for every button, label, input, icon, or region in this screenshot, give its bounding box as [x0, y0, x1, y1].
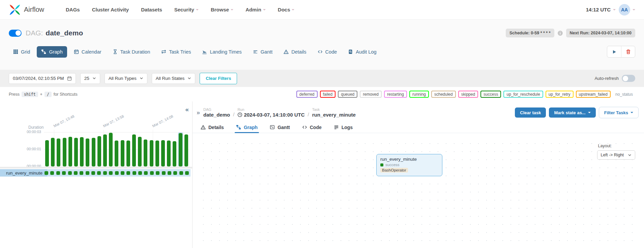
- graph-canvas[interactable]: run_every_minute success BashOperator La…: [196, 136, 640, 248]
- layout-select[interactable]: Left -> Right: [597, 150, 635, 160]
- duration-bar[interactable]: [184, 134, 189, 166]
- task-instance-square[interactable]: [179, 171, 183, 175]
- task-instance-square[interactable]: [173, 171, 177, 175]
- duration-bar[interactable]: [155, 141, 160, 166]
- duration-bar[interactable]: [56, 138, 61, 166]
- collapse-panel-icon[interactable]: «: [185, 106, 189, 113]
- duration-bar[interactable]: [74, 138, 79, 166]
- detail-tab-logs[interactable]: Logs: [334, 122, 353, 133]
- task-instance-square[interactable]: [121, 171, 124, 175]
- detail-tab-code[interactable]: Code: [302, 122, 322, 133]
- task-instance-square[interactable]: [126, 171, 130, 175]
- clear-filters-button[interactable]: Clear Filters: [200, 73, 237, 84]
- duration-bar[interactable]: [62, 138, 67, 166]
- nav-item-docs[interactable]: Docs: [278, 7, 295, 12]
- nav-item-admin[interactable]: Admin: [245, 7, 266, 12]
- task-instance-square[interactable]: [74, 171, 78, 175]
- task-instance-square[interactable]: [56, 171, 60, 175]
- detail-tab-graph[interactable]: Graph: [236, 122, 258, 133]
- legend-badge-up-for-retry[interactable]: up_for_retry: [546, 91, 574, 98]
- tab-details[interactable]: Details: [279, 46, 311, 58]
- duration-bar[interactable]: [137, 137, 142, 166]
- run-states-select[interactable]: All Run States: [152, 73, 196, 84]
- nav-item-dags[interactable]: DAGs: [66, 7, 80, 12]
- duration-bar[interactable]: [79, 137, 84, 166]
- auto-refresh-toggle[interactable]: [622, 75, 635, 82]
- duration-bar[interactable]: [68, 137, 73, 166]
- duration-bar[interactable]: [149, 140, 154, 166]
- airflow-brand[interactable]: Airflow: [9, 4, 44, 16]
- run-types-select[interactable]: All Run Types: [105, 73, 147, 84]
- breadcrumb-run[interactable]: 2024-03-07, 14:10:00 UTC: [237, 112, 304, 118]
- mark-state-button[interactable]: Mark state as...: [549, 107, 595, 118]
- duration-bar[interactable]: [103, 134, 108, 166]
- legend-badge-deferred[interactable]: deferred: [296, 91, 318, 98]
- nav-item-datasets[interactable]: Datasets: [141, 7, 162, 12]
- duration-bar[interactable]: [120, 140, 125, 166]
- task-instance-square[interactable]: [80, 171, 83, 175]
- utc-clock[interactable]: 14:12 UTC: [586, 7, 616, 12]
- legend-badge-restarting[interactable]: restarting: [384, 91, 407, 98]
- nav-item-cluster-activity[interactable]: Cluster Activity: [92, 7, 129, 12]
- duration-bar[interactable]: [126, 141, 131, 166]
- base-date-input[interactable]: 03/07/2024, 02:10:55 PM: [9, 73, 76, 84]
- trigger-dag-button[interactable]: [607, 46, 621, 57]
- task-instance-square[interactable]: [86, 171, 89, 175]
- duration-bar[interactable]: [114, 141, 119, 166]
- nav-item-security[interactable]: Security: [174, 7, 199, 12]
- task-instance-square[interactable]: [45, 171, 48, 175]
- tab-task-tries[interactable]: Task Tries: [157, 46, 195, 58]
- task-instance-square[interactable]: [62, 171, 66, 175]
- task-instance-square[interactable]: [115, 171, 119, 175]
- tab-code[interactable]: Code: [313, 46, 342, 58]
- legend-badge-running[interactable]: running: [409, 91, 429, 98]
- task-instance-square[interactable]: [91, 171, 95, 175]
- legend-badge-upstream-failed[interactable]: upstream_failed: [576, 91, 611, 98]
- nav-item-browse[interactable]: Browse: [211, 7, 233, 12]
- duration-bar[interactable]: [160, 140, 166, 166]
- expand-panel-icon[interactable]: »: [197, 107, 200, 116]
- delete-dag-button[interactable]: [621, 46, 635, 57]
- duration-bar[interactable]: [108, 133, 113, 166]
- legend-badge-removed[interactable]: removed: [360, 91, 382, 98]
- tab-graph[interactable]: Graph: [37, 46, 67, 58]
- task-instance-square[interactable]: [103, 171, 107, 175]
- legend-badge-up-for-reschedule[interactable]: up_for_reschedule: [503, 91, 543, 98]
- task-instance-square[interactable]: [156, 171, 159, 175]
- task-instance-square[interactable]: [144, 171, 148, 175]
- task-instance-square[interactable]: [162, 171, 166, 175]
- duration-bar[interactable]: [91, 138, 96, 166]
- task-instance-square[interactable]: [109, 171, 113, 175]
- duration-bar[interactable]: [172, 141, 177, 166]
- tab-landing-times[interactable]: Landing Times: [198, 46, 246, 58]
- detail-tab-gantt[interactable]: Gantt: [270, 122, 290, 133]
- info-icon[interactable]: [557, 30, 563, 36]
- duration-bar[interactable]: [50, 138, 55, 166]
- dag-pause-toggle[interactable]: [9, 30, 22, 37]
- detail-tab-details[interactable]: Details: [201, 122, 224, 133]
- legend-badge-scheduled[interactable]: scheduled: [431, 91, 456, 98]
- task-instance-square[interactable]: [133, 171, 136, 175]
- selected-run-bar[interactable]: [178, 132, 183, 166]
- duration-bar[interactable]: [131, 134, 137, 166]
- task-instance-square[interactable]: [185, 171, 189, 175]
- task-instance-square[interactable]: [168, 171, 171, 175]
- tab-gantt[interactable]: Gantt: [248, 46, 277, 58]
- breadcrumb-task[interactable]: run_every_minute: [312, 112, 356, 118]
- duration-bar[interactable]: [166, 141, 171, 166]
- task-instance-square[interactable]: [150, 171, 154, 175]
- tab-audit-log[interactable]: Audit Log: [344, 46, 381, 58]
- legend-badge-skipped[interactable]: skipped: [458, 91, 478, 98]
- task-node-run-every-minute[interactable]: run_every_minute success BashOperator: [376, 154, 442, 176]
- task-instance-square[interactable]: [138, 171, 142, 175]
- duration-bar[interactable]: [97, 136, 102, 166]
- num-runs-select[interactable]: 25: [80, 73, 100, 84]
- task-row-label[interactable]: run_every_minute: [0, 169, 47, 177]
- task-instance-square[interactable]: [50, 171, 54, 175]
- legend-badge-failed[interactable]: failed: [320, 91, 336, 98]
- user-menu[interactable]: AA: [619, 4, 635, 16]
- task-instance-square[interactable]: [97, 171, 101, 175]
- task-instance-square[interactable]: [68, 171, 72, 175]
- tab-calendar[interactable]: Calendar: [69, 46, 106, 58]
- legend-badge-queued[interactable]: queued: [338, 91, 357, 98]
